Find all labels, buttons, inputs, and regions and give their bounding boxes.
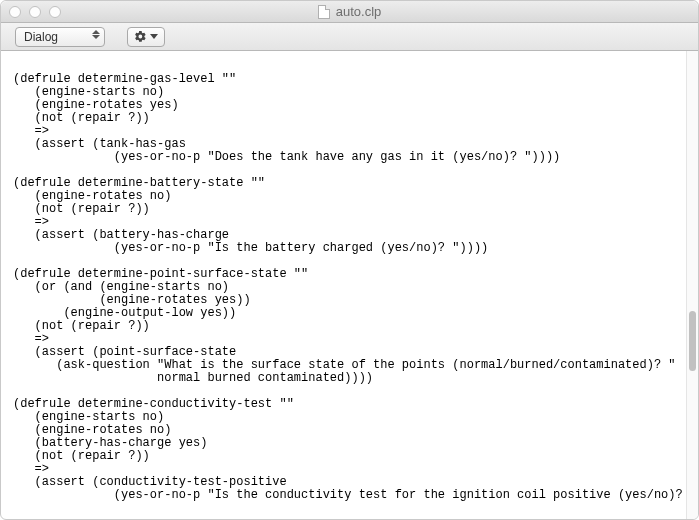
- scrollbar-track[interactable]: [686, 51, 698, 519]
- file-icon: [318, 5, 330, 19]
- zoom-icon[interactable]: [49, 6, 61, 18]
- scrollbar-thumb[interactable]: [689, 311, 696, 371]
- minimize-icon[interactable]: [29, 6, 41, 18]
- gear-icon: [134, 30, 147, 43]
- close-icon[interactable]: [9, 6, 21, 18]
- settings-button[interactable]: [127, 27, 165, 47]
- window-title: auto.clp: [336, 4, 382, 19]
- editor-area: (defrule determine-gas-level "" (engine-…: [1, 51, 698, 519]
- code-editor[interactable]: (defrule determine-gas-level "" (engine-…: [1, 63, 686, 507]
- window-controls: [9, 6, 61, 18]
- updown-icon: [92, 30, 100, 39]
- title-wrap: auto.clp: [1, 4, 698, 19]
- chevron-down-icon: [150, 34, 158, 39]
- toolbar: Dialog: [1, 23, 698, 51]
- font-select-label: Dialog: [24, 30, 58, 44]
- font-select[interactable]: Dialog: [15, 27, 105, 47]
- titlebar: auto.clp: [1, 1, 698, 23]
